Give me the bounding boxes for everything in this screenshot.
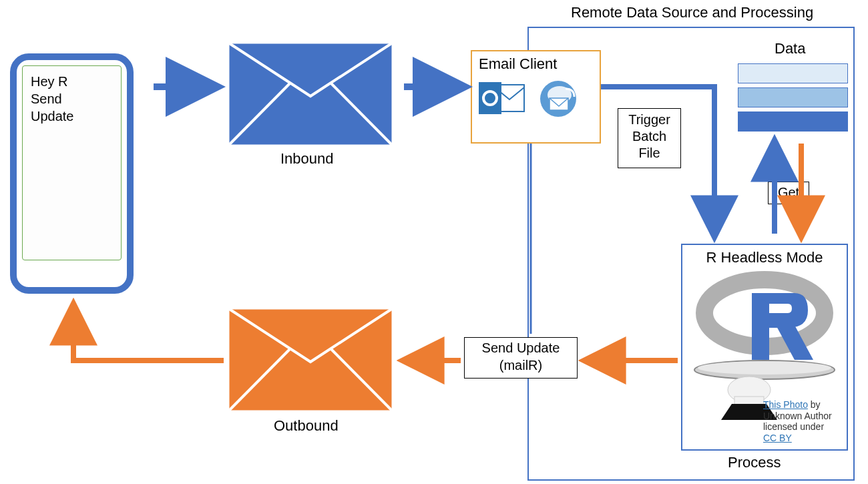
send-line2: (mailR) <box>467 356 574 374</box>
svg-rect-13 <box>752 293 769 360</box>
thunderbird-icon <box>537 79 579 118</box>
send-line1: Send Update <box>467 339 574 356</box>
process-label: Process <box>728 454 781 471</box>
data-bar-2 <box>738 87 848 107</box>
trigger-line3: File <box>620 145 679 162</box>
arrow-outbound-to-mobile <box>73 307 224 360</box>
remote-title: Remote Data Source and Processing <box>571 4 813 21</box>
email-client-title: Email Client <box>479 55 593 73</box>
data-bar-3 <box>738 111 848 132</box>
mobile-line3: Update <box>31 107 113 125</box>
trigger-line2: Batch <box>620 128 679 145</box>
data-title: Data <box>775 40 805 57</box>
trigger-line1: Trigger <box>620 111 679 128</box>
mobile-caption: Mobile Device <box>17 268 127 283</box>
inbound-label: Inbound <box>280 150 334 168</box>
inbound-envelope-icon <box>227 41 394 147</box>
outbound-label: Outbound <box>274 417 339 435</box>
mobile-line1: Hey R <box>31 73 113 90</box>
mobile-line2: Send <box>31 90 113 107</box>
mobile-screen: Hey R Send Update <box>22 65 122 260</box>
r-logo-icon <box>688 266 841 420</box>
r-headless-title: R Headless Mode <box>688 249 841 266</box>
get-box: Get <box>768 182 809 204</box>
r-attribution: This Photo by Unknown Author licensed un… <box>763 399 840 444</box>
send-update-box: Send Update (mailR) <box>464 337 578 379</box>
svg-point-16 <box>698 361 831 375</box>
email-client-box: Email Client <box>471 50 601 144</box>
mobile-device: Hey R Send Update Mobile Device <box>10 53 134 294</box>
outbound-envelope-icon <box>227 307 394 413</box>
r-headless-box: R Headless Mode This Photo by Unknown Au… <box>681 244 848 451</box>
attr-link-cc[interactable]: CC BY <box>763 433 792 443</box>
data-bar-1 <box>738 63 848 83</box>
trigger-batch-file-box: Trigger Batch File <box>618 108 681 168</box>
outlook-icon <box>479 81 525 117</box>
attr-link-photo[interactable]: This Photo <box>763 399 808 410</box>
data-stack <box>738 63 848 136</box>
